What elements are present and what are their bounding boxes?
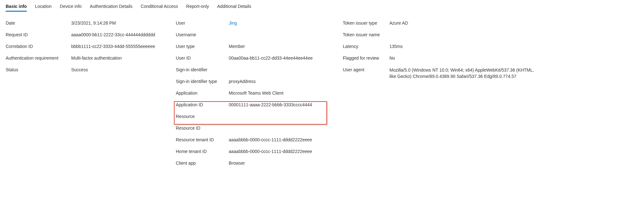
value-user-id: 00aa00aa-bb11-cc22-dd33-44ee44ee44ee bbox=[229, 52, 330, 64]
value-user-link[interactable]: Jing bbox=[229, 17, 330, 29]
label-user-agent: User agent bbox=[343, 64, 389, 76]
value-home-tenant-id: aaaabbbb-0000-cccc-1111-dddd2222eeee bbox=[229, 146, 330, 157]
tab-conditional-access[interactable]: Conditional Access bbox=[141, 2, 178, 11]
label-auth-requirement: Authentication requirement bbox=[6, 52, 71, 64]
label-resource-tenant-id: Resource tenant ID bbox=[176, 134, 229, 146]
label-request-id: Request ID bbox=[6, 29, 71, 41]
label-resource: Resource bbox=[176, 111, 229, 122]
row-username: Username bbox=[176, 29, 330, 41]
label-username: Username bbox=[176, 29, 229, 41]
details-col-1: Date 3/23/2021, 9:14:28 PM Request ID aa… bbox=[6, 17, 163, 76]
row-date: Date 3/23/2021, 9:14:28 PM bbox=[6, 17, 163, 29]
row-home-tenant-id: Home tenant ID aaaabbbb-0000-cccc-1111-d… bbox=[176, 146, 330, 157]
tab-basic-info[interactable]: Basic info bbox=[6, 2, 27, 11]
row-latency: Latency 135ms bbox=[343, 41, 538, 52]
row-correlation-id: Correlation ID bbbb1111-cc22-3333-44dd-5… bbox=[6, 41, 163, 52]
row-user-agent: User agent Mozilla/5.0 (Windows NT 10.0;… bbox=[343, 64, 538, 83]
label-application-id: Application ID bbox=[176, 99, 229, 111]
row-signin-identifier-type: Sign-in identifier type proxyAddress bbox=[176, 76, 330, 87]
label-token-issuer-name: Token issuer name bbox=[343, 29, 389, 41]
label-correlation-id: Correlation ID bbox=[6, 41, 71, 52]
details-col-2: User Jing Username User type Member User… bbox=[176, 17, 330, 169]
value-application: Microsoft Teams Web Client bbox=[229, 87, 330, 99]
details-col-3: Token issuer type Azure AD Token issuer … bbox=[343, 17, 538, 83]
row-status: Status Success bbox=[6, 64, 163, 76]
value-client-app: Browser bbox=[229, 157, 330, 169]
row-client-app: Client app Browser bbox=[176, 157, 330, 169]
tab-device-info[interactable]: Device info bbox=[60, 2, 82, 11]
label-home-tenant-id: Home tenant ID bbox=[176, 146, 229, 157]
row-user-type: User type Member bbox=[176, 41, 330, 52]
value-latency: 135ms bbox=[389, 41, 538, 52]
signin-details-panel: Basic info Location Device info Authenti… bbox=[0, 0, 644, 177]
row-auth-requirement: Authentication requirement Multi-factor … bbox=[6, 52, 163, 64]
label-flagged-for-review: Flagged for review bbox=[343, 52, 389, 64]
value-flagged-for-review: No bbox=[389, 52, 538, 64]
label-resource-id: Resource ID bbox=[176, 122, 229, 134]
row-user-id: User ID 00aa00aa-bb11-cc22-dd33-44ee44ee… bbox=[176, 52, 330, 64]
details-columns: Date 3/23/2021, 9:14:28 PM Request ID aa… bbox=[6, 17, 638, 169]
value-status: Success bbox=[71, 64, 163, 76]
row-token-issuer-name: Token issuer name bbox=[343, 29, 538, 41]
label-user: User bbox=[176, 17, 229, 29]
value-user-agent: Mozilla/5.0 (Windows NT 10.0; Win64; x64… bbox=[389, 64, 538, 79]
row-signin-identifier: Sign-in identifier bbox=[176, 64, 330, 76]
value-application-id: 00001111-aaaa-2222-bbbb-3333cccc4444 bbox=[229, 99, 330, 111]
tab-location[interactable]: Location bbox=[35, 2, 52, 11]
label-status: Status bbox=[6, 64, 71, 76]
value-auth-requirement: Multi-factor authentication bbox=[71, 52, 163, 64]
row-application: Application Microsoft Teams Web Client bbox=[176, 87, 330, 99]
value-date: 3/23/2021, 9:14:28 PM bbox=[71, 17, 163, 29]
value-request-id: aaaa0000-bb11-2222-33cc-444444dddddd bbox=[71, 29, 163, 41]
label-signin-identifier: Sign-in identifier bbox=[176, 64, 229, 76]
value-signin-identifier-type: proxyAddress bbox=[229, 76, 330, 87]
row-application-id: Application ID 00001111-aaaa-2222-bbbb-3… bbox=[176, 99, 330, 111]
tab-auth-details[interactable]: Authentication Details bbox=[90, 2, 132, 11]
tab-report-only[interactable]: Report-only bbox=[186, 2, 209, 11]
label-user-id: User ID bbox=[176, 52, 229, 64]
value-resource-tenant-id: aaaabbbb-0000-cccc-1111-dddd2222eeee bbox=[229, 134, 330, 146]
label-signin-identifier-type: Sign-in identifier type bbox=[176, 76, 229, 87]
label-user-type: User type bbox=[176, 41, 229, 52]
label-application: Application bbox=[176, 87, 229, 99]
details-tabs: Basic info Location Device info Authenti… bbox=[6, 2, 638, 12]
value-correlation-id: bbbb1111-cc22-3333-44dd-555555eeeeee bbox=[71, 41, 163, 52]
row-request-id: Request ID aaaa0000-bb11-2222-33cc-44444… bbox=[6, 29, 163, 41]
row-resource-tenant-id: Resource tenant ID aaaabbbb-0000-cccc-11… bbox=[176, 134, 330, 146]
label-client-app: Client app bbox=[176, 157, 229, 169]
row-token-issuer-type: Token issuer type Azure AD bbox=[343, 17, 538, 29]
label-token-issuer-type: Token issuer type bbox=[343, 17, 389, 29]
value-user-type: Member bbox=[229, 41, 330, 52]
row-flagged-for-review: Flagged for review No bbox=[343, 52, 538, 64]
value-token-issuer-type: Azure AD bbox=[389, 17, 538, 29]
tab-additional-details[interactable]: Additional Details bbox=[217, 2, 251, 11]
row-user: User Jing bbox=[176, 17, 330, 29]
row-resource-id: Resource ID bbox=[176, 122, 330, 134]
row-resource: Resource bbox=[176, 111, 330, 122]
label-latency: Latency bbox=[343, 41, 389, 52]
label-date: Date bbox=[6, 17, 71, 29]
